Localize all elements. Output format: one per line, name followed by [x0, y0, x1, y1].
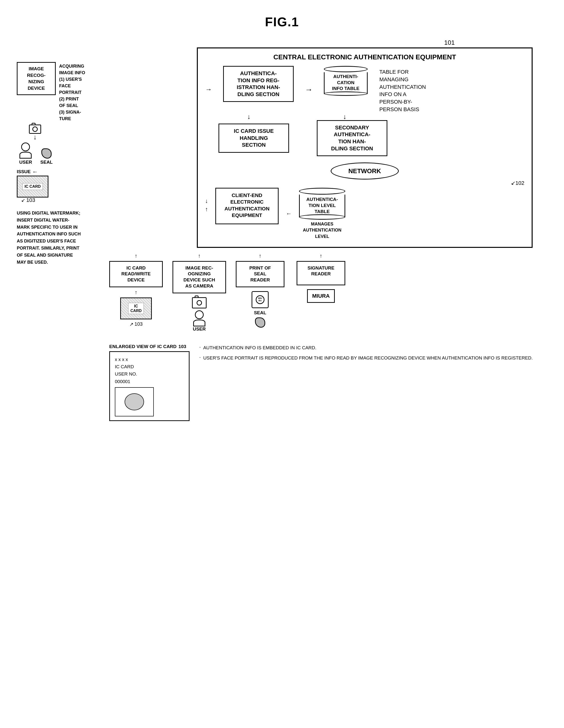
- ic-card-1: IC CARD: [17, 176, 48, 198]
- arrow-right-1: →: [205, 86, 212, 93]
- ic-card-text-1: IC CARD: [22, 183, 43, 190]
- camera-bump: [32, 123, 36, 125]
- seal-label-1: SEAL: [40, 160, 53, 165]
- image-recog-camera-col: ↑ IMAGE REC-OGNIZINGDEVICE SUCHAS CAMERA: [172, 253, 226, 332]
- arrow-to-auth-table: →: [305, 85, 313, 94]
- ic-card-issue-box: IC CARD ISSUEHANDLINGSECTION: [218, 124, 289, 153]
- arrow-down-1: ↓: [33, 134, 109, 141]
- enlarged-title-text: ENLARGED VIEW OF IC CARD: [109, 344, 177, 349]
- user-head-1: [21, 143, 30, 151]
- enlarged-card: x x x x IC CARD USER NO. 000001: [109, 351, 189, 421]
- seal-blob-1: [41, 148, 52, 159]
- arrow-up-cam: ↑: [198, 253, 201, 259]
- camera-icon-2: [192, 297, 206, 308]
- miura-box: MIURA: [307, 289, 335, 303]
- enlarged-title-row: ENLARGED VIEW OF IC CARD 103: [109, 344, 189, 349]
- arrow-up-sig: ↑: [320, 253, 323, 259]
- miu-ra-text: MIU RA: [256, 297, 264, 302]
- figure-1-wrapper: FIG.1 101 IMAGE RECOG- NIZING DEVICE ACQ…: [15, 10, 549, 426]
- user-head-2: [195, 310, 204, 319]
- sig-reader-box: SIGNATUREREADER: [297, 261, 345, 285]
- client-box: CLIENT-ENDELECTRONICAUTHENTICATIONEQUIPM…: [215, 188, 278, 224]
- auth-cyl-bottom: [299, 214, 345, 220]
- image-recog-device-box: IMAGE RECOG- NIZING DEVICE: [17, 62, 56, 95]
- enl-card-text: x x x x IC CARD USER NO. 000001: [115, 356, 184, 386]
- arrow-down-rw: ↑: [135, 289, 137, 296]
- manages-auth-text: MANAGESAUTHENTICATIONLEVEL: [303, 221, 342, 240]
- equipment-outer-box: CENTRAL ELECTRONIC AUTHENTICATION EQUIPM…: [197, 47, 533, 248]
- ref-102: 102: [515, 180, 524, 186]
- seal-reader-col: ↑ PRINT OFSEALREADER MIU RA SEAL: [236, 253, 285, 328]
- bullet-dot-1: ·: [199, 344, 201, 350]
- seal-figure-1: SEAL: [40, 148, 53, 165]
- seal-reader-box: PRINT OFSEALREADER: [236, 261, 285, 287]
- seal-blob-2: [255, 317, 265, 328]
- watermark-text: USING DIGITAL WATERMARK; INSERT DIGITAL …: [17, 210, 104, 266]
- bullet-2-text: USER'S FACE PORTRAIT IS REPRODUCED FROM …: [203, 354, 533, 362]
- bullet-1-text: AUTHENTICATION INFO IS EMBEDDED IN IC CA…: [203, 344, 316, 352]
- cyl-bottom-1: [324, 91, 368, 96]
- image-recog-camera-box: IMAGE REC-OGNIZINGDEVICE SUCHAS CAMERA: [172, 261, 226, 293]
- arrow-down-2: ↓: [247, 113, 250, 120]
- auth-info-table-cyl: AUTHENTI-CATIONINFO TABLE: [324, 66, 368, 96]
- enl-card-inner: [115, 387, 154, 416]
- face-portrait-in-card: [125, 393, 144, 410]
- camera-lens-2: [196, 300, 202, 306]
- ic-card-text-2: ICCARD: [128, 303, 144, 314]
- ic-card-rw-box: IC CARDREAD/WRITEDEVICE: [109, 261, 163, 287]
- user-label-1: USER: [19, 160, 32, 165]
- auth-level-cyl: AUTHENTICA-TION LEVELTABLE: [299, 188, 345, 220]
- issue-label: ISSUE: [17, 169, 31, 174]
- enlarged-left: ENLARGED VIEW OF IC CARD 103 x x x x IC …: [109, 344, 189, 421]
- network-label: NETWORK: [349, 167, 381, 175]
- enlarged-section: ENLARGED VIEW OF IC CARD 103 x x x x IC …: [109, 344, 547, 421]
- acquiring-text: ACQUIRINGIMAGE INFO(1) USER'SFACEPORTRAI…: [59, 62, 85, 122]
- stamp-circle: MIU RA: [256, 295, 264, 304]
- ref-103b: 103: [178, 344, 186, 349]
- arrow-left-client: ←: [286, 210, 292, 217]
- user-figure-2: USER: [193, 310, 206, 332]
- bullet-2: · USER'S FACE PORTRAIT IS REPRODUCED FRO…: [199, 354, 533, 362]
- stamp-icon: MIU RA: [251, 291, 268, 308]
- ic-card-2: ICCARD: [120, 297, 152, 319]
- user-label-2: USER: [193, 326, 206, 332]
- table-label: TABLE FORMANAGINGAUTHENTICATIONINFO ON A…: [379, 66, 426, 113]
- cyl-body-1: AUTHENTI-CATIONINFO TABLE: [324, 72, 368, 94]
- ref-102-label: ↙ 102: [205, 180, 524, 186]
- seal-label-2: SEAL: [254, 310, 266, 315]
- auth-reg-box: AUTHENTICA-TION INFO REG-ISTRATION HAN-D…: [223, 66, 294, 102]
- arrow-down-client: ↓: [205, 198, 208, 204]
- bullet-dot-2: ·: [199, 354, 201, 360]
- ref-103-1: 103: [26, 197, 35, 203]
- arrow-up-seal: ↑: [259, 253, 261, 259]
- arrow-up-client: ↑: [205, 206, 208, 213]
- client-auth-row: ↓ ↑ CLIENT-ENDELECTRONICAUTHENTICATIONEQ…: [205, 188, 524, 240]
- secondary-auth-box: SECONDARYAUTHENTICA-TION HAN-DLING SECTI…: [317, 120, 387, 156]
- auth-cyl-top: [299, 188, 345, 195]
- figure-title: FIG.1: [265, 15, 299, 29]
- left-panel: IMAGE RECOG- NIZING DEVICE ACQUIRINGIMAG…: [17, 47, 109, 421]
- network-ellipse: NETWORK: [331, 162, 399, 180]
- ref-103-2: 103: [134, 321, 142, 327]
- camera-device-icon: [29, 125, 41, 134]
- auth-level-table-cyl: AUTHENTICA-TION LEVELTABLE MANAGESAUTHEN…: [299, 188, 345, 240]
- equipment-title: CENTRAL ELECTRONIC AUTHENTICATION EQUIPM…: [205, 53, 524, 61]
- main-layout: IMAGE RECOG- NIZING DEVICE ACQUIRINGIMAG…: [17, 47, 547, 421]
- user-figure-1: USER: [19, 143, 32, 165]
- arrow-down-3: ↓: [343, 113, 347, 120]
- ic-card-rw-col: ↑ IC CARDREAD/WRITEDEVICE ↑ ICCARD ↗103: [109, 253, 163, 327]
- sig-reader-col: ↑ SIGNATUREREADER MIURA: [297, 253, 345, 303]
- camera-bump-2: [195, 296, 198, 298]
- ref-101-label: 101: [444, 39, 455, 46]
- camera-lens-icon: [32, 126, 38, 132]
- bottom-devices-row: ↑ IC CARDREAD/WRITEDEVICE ↑ ICCARD ↗103: [109, 253, 547, 332]
- camera-2-wrap: [192, 297, 206, 308]
- bullet-notes: · AUTHENTICATION INFO IS EMBEDDED IN IC …: [199, 344, 533, 365]
- ref-103-2-row: ↗103: [129, 321, 142, 327]
- network-section: NETWORK: [205, 162, 524, 180]
- bullet-1: · AUTHENTICATION INFO IS EMBEDDED IN IC …: [199, 344, 533, 352]
- stamp-wrap: MIU RA: [251, 291, 268, 308]
- inner-row-1: → AUTHENTICA-TION INFO REG-ISTRATION HAN…: [205, 66, 524, 113]
- arrow-left-ic: ←: [32, 168, 38, 175]
- user-body-2: [193, 320, 205, 326]
